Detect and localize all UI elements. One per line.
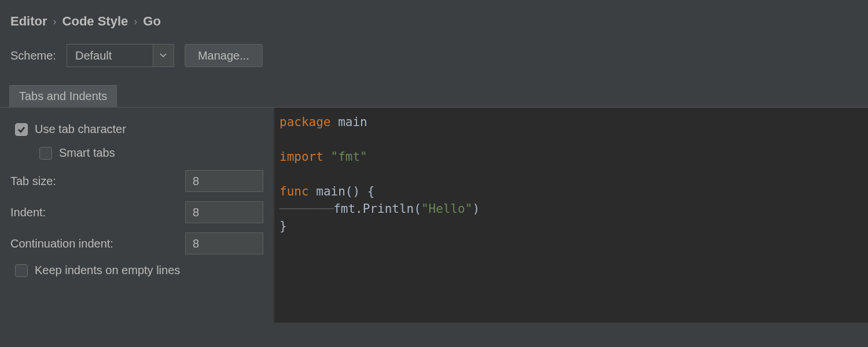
parens: (): [345, 184, 360, 198]
tab-size-row: Tab size:: [10, 170, 263, 192]
use-tab-row: Use tab character: [10, 123, 263, 136]
smart-tabs-checkbox[interactable]: [39, 147, 52, 160]
breadcrumb-item-code-style[interactable]: Code Style: [62, 14, 128, 29]
keyword-package: package: [279, 115, 331, 129]
tab-size-input[interactable]: [185, 170, 263, 192]
settings-panel: Use tab character Smart tabs Tab size: I…: [0, 108, 275, 323]
indent-input[interactable]: [185, 201, 263, 223]
string-literal: "Hello": [421, 202, 473, 216]
indent-row: Indent:: [10, 201, 263, 223]
smart-tabs-row: Smart tabs: [10, 146, 263, 160]
keyword-func: func: [279, 184, 309, 198]
use-tab-label: Use tab character: [35, 123, 126, 136]
breadcrumb-item-editor[interactable]: Editor: [10, 14, 47, 29]
keep-indents-row: Keep indents on empty lines: [10, 264, 263, 277]
indent-label: Indent:: [10, 206, 46, 219]
func-name: main: [316, 184, 345, 198]
tab-strip: Tabs and Indents: [0, 84, 868, 108]
scheme-select[interactable]: Default: [67, 44, 174, 67]
keyword-import: import: [279, 150, 323, 164]
main-area: Use tab character Smart tabs Tab size: I…: [0, 108, 868, 323]
scheme-label: Scheme:: [10, 49, 56, 62]
brace-close: }: [279, 219, 287, 233]
continuation-indent-input[interactable]: [185, 232, 263, 254]
tab-tabs-and-indents[interactable]: Tabs and Indents: [9, 85, 117, 108]
indent-guide: ────────: [279, 202, 333, 216]
breadcrumb: Editor › Code Style › Go: [0, 0, 868, 39]
import-path: "fmt": [331, 150, 367, 164]
call-close: ): [472, 202, 480, 216]
breadcrumb-separator: ›: [53, 16, 57, 28]
smart-tabs-label: Smart tabs: [59, 146, 115, 160]
call-expr: fmt.Println(: [333, 202, 421, 216]
continuation-indent-label: Continuation indent:: [10, 237, 113, 250]
brace-open: {: [367, 184, 375, 198]
keep-indents-checkbox[interactable]: [15, 264, 28, 277]
chevron-down-icon[interactable]: [153, 44, 174, 67]
breadcrumb-item-go[interactable]: Go: [143, 14, 161, 29]
use-tab-checkbox[interactable]: [15, 123, 28, 136]
package-name: main: [338, 115, 367, 129]
breadcrumb-separator: ›: [134, 16, 137, 28]
code-preview: package main import "fmt" func main() { …: [275, 108, 868, 323]
tab-size-label: Tab size:: [10, 175, 56, 188]
scheme-row: Scheme: Default Manage...: [0, 39, 868, 84]
continuation-indent-row: Continuation indent:: [10, 232, 263, 254]
manage-button[interactable]: Manage...: [185, 44, 263, 67]
keep-indents-label: Keep indents on empty lines: [35, 264, 180, 277]
scheme-select-value[interactable]: Default: [67, 44, 153, 67]
